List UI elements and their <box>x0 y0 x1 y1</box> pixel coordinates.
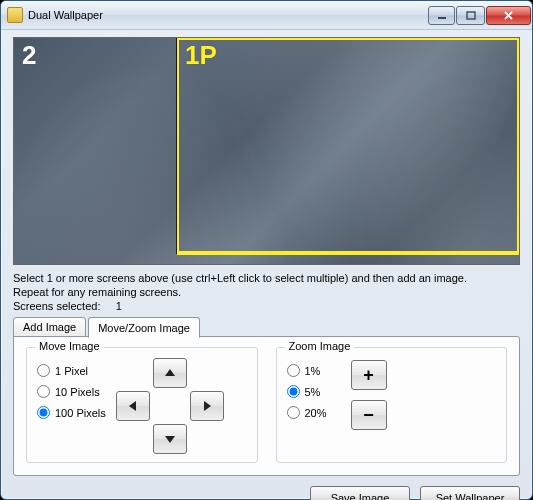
app-icon <box>7 7 23 23</box>
zoom-buttons: + − <box>351 358 387 454</box>
svg-rect-0 <box>438 17 446 19</box>
screens-selected-count: 1 <box>116 300 122 312</box>
move-left-button[interactable] <box>116 391 150 421</box>
screen-1-label: 1P <box>185 40 217 71</box>
move-image-group: Move Image 1 Pixel 10 Pixels 100 Pixels <box>26 347 258 463</box>
move-up-button[interactable] <box>153 358 187 388</box>
radio-5-percent[interactable]: 5% <box>287 385 327 398</box>
screen-1-underline <box>177 253 519 255</box>
zoom-out-button[interactable]: − <box>351 400 387 430</box>
tab-add-image[interactable]: Add Image <box>13 317 86 337</box>
radio-1-percent[interactable]: 1% <box>287 364 327 377</box>
zoom-in-button[interactable]: + <box>351 360 387 390</box>
zoom-radios: 1% 5% 20% <box>287 358 327 454</box>
radio-1-pixel[interactable]: 1 Pixel <box>37 364 106 377</box>
maximize-button[interactable] <box>456 6 485 25</box>
move-image-legend: Move Image <box>35 340 104 352</box>
move-down-button[interactable] <box>153 424 187 454</box>
help-line-1: Select 1 or more screens above (use ctrl… <box>13 271 520 285</box>
radio-20-percent[interactable]: 20% <box>287 406 327 419</box>
radio-10-pixels[interactable]: 10 Pixels <box>37 385 106 398</box>
help-line-2: Repeat for any remaining screens. <box>13 285 520 299</box>
tab-page-move-zoom: Move Image 1 Pixel 10 Pixels 100 Pixels … <box>13 336 520 476</box>
client-area: 2 1P Select 1 or more screens above (use… <box>1 30 532 500</box>
zoom-image-group: Zoom Image 1% 5% 20% + − <box>276 347 508 463</box>
minimize-button[interactable] <box>428 6 455 25</box>
save-image-button[interactable]: Save Image <box>310 486 410 500</box>
svg-rect-1 <box>467 12 475 19</box>
app-window: Dual Wallpaper 2 1P Select 1 or more scr… <box>0 0 533 500</box>
screen-2[interactable] <box>14 38 177 254</box>
screens-selected-label: Screens selected: <box>13 300 100 312</box>
tab-move-zoom[interactable]: Move/Zoom Image <box>88 317 200 338</box>
footer-buttons: Save Image Set Wallpaper <box>13 486 520 500</box>
help-text: Select 1 or more screens above (use ctrl… <box>13 271 520 313</box>
screen-2-label: 2 <box>22 40 36 71</box>
radio-100-pixels[interactable]: 100 Pixels <box>37 406 106 419</box>
tab-strip: Add Image Move/Zoom Image <box>13 316 520 337</box>
set-wallpaper-button[interactable]: Set Wallpaper <box>420 486 520 500</box>
screen-1[interactable] <box>177 38 519 253</box>
titlebar[interactable]: Dual Wallpaper <box>1 1 532 30</box>
move-right-button[interactable] <box>190 391 224 421</box>
zoom-image-legend: Zoom Image <box>285 340 355 352</box>
window-title: Dual Wallpaper <box>28 9 427 21</box>
screen-preview[interactable]: 2 1P <box>13 37 520 265</box>
close-button[interactable] <box>486 6 531 25</box>
move-arrows <box>116 358 224 454</box>
move-radios: 1 Pixel 10 Pixels 100 Pixels <box>37 358 106 454</box>
